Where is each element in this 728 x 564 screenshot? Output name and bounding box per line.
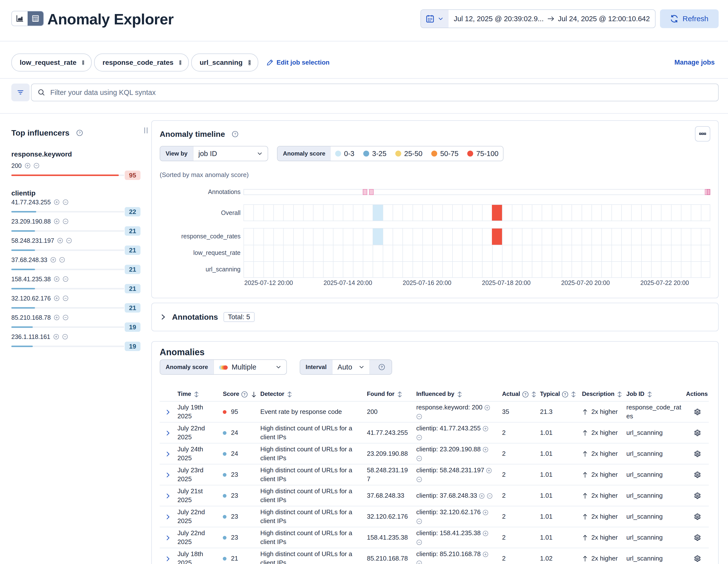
svg-text:?: ? xyxy=(79,131,81,135)
svg-text:?: ? xyxy=(564,392,566,396)
svg-text:?: ? xyxy=(234,132,236,136)
svg-text:?: ? xyxy=(381,365,383,369)
svg-text:?: ? xyxy=(243,392,245,396)
svg-text:?: ? xyxy=(524,392,526,396)
